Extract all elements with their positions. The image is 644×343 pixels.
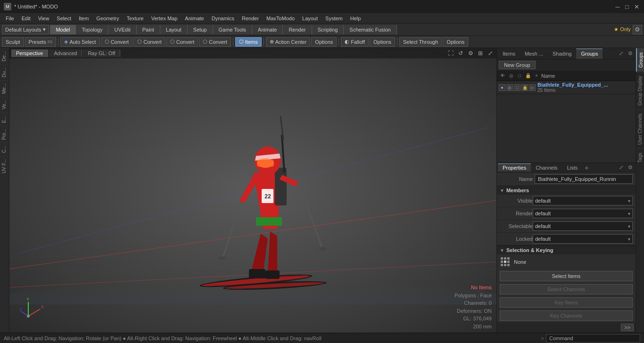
viewport-settings-icon[interactable]: ⚙ [466,49,475,57]
rp-tab-items[interactable]: Items [498,49,520,59]
menu-item-edit[interactable]: Edit [18,15,34,22]
menu-item-texture[interactable]: Texture [123,15,148,22]
toolbar1-tab-setup[interactable]: Setup [188,25,213,34]
toolbar1-tab-uvedit[interactable]: UVEdit [108,25,136,34]
falloff-button[interactable]: ◐ Falloff [341,37,369,47]
visible-select[interactable]: default ▾ [533,196,633,205]
left-panel-item-de[interactable]: De... [0,48,9,64]
viewport-maximize-icon[interactable]: ⛶ [446,49,455,57]
menu-item-geometry[interactable]: Geometry [92,15,123,22]
toolbar1-tab-render[interactable]: Render [283,25,312,34]
menu-item-view[interactable]: View [34,15,53,22]
rp-tab-shading[interactable]: Shading [548,49,576,59]
key-items-button[interactable]: Key Items [500,297,633,308]
toolbar1-tab-topology[interactable]: Topology [76,25,108,34]
select-items-button[interactable]: Select Items [500,271,633,281]
maximize-button[interactable]: □ [623,3,631,10]
rp-tab-mesh[interactable]: Mesh ... [520,49,548,59]
left-panel-item-c[interactable]: C... [0,142,9,156]
vtab-user-channels[interactable]: User Channels [636,109,644,148]
vtab-tags[interactable]: Tags [636,148,644,166]
key-channels-button[interactable]: Key Channels [500,310,633,321]
layout-dropdown[interactable]: Default Layouts ▾ [2,25,49,34]
menu-item-vertex-map[interactable]: Vertex Map [148,15,182,22]
group-eye-icon[interactable]: ● [499,84,505,91]
vtab-group-display[interactable]: Group Display [636,72,644,109]
group-sel-icon[interactable]: □ [514,84,520,91]
menu-item-system[interactable]: System [322,15,347,22]
viewport-grid-icon[interactable]: ⊞ [476,49,485,57]
auto-select-button[interactable]: ◈ Auto Select [60,37,99,47]
toolbar1-tab-scripting[interactable]: Scripting [312,25,344,34]
new-group-button[interactable]: New Group [499,61,536,69]
command-input[interactable]: Command [546,334,640,343]
select-through-button[interactable]: Select Through [399,37,442,47]
left-panel-item-e[interactable]: E... [0,113,9,126]
members-section-header[interactable]: ▼ Members [497,186,636,195]
viewport-tab-raygl[interactable]: Ray GL: Off [83,49,120,57]
viewport-expand-icon[interactable]: ⤢ [486,49,495,57]
left-panel-item-du[interactable]: Du... [0,64,9,80]
settings-button[interactable]: ⚙ [633,25,642,34]
viewport[interactable]: 22 Perspective Advanced Ray GL: Off ⛶ ↺ … [9,48,496,333]
props-settings-icon[interactable]: ⚙ [626,163,635,172]
convert3-button[interactable]: ⬡ Convert [166,37,198,47]
convert2-button[interactable]: ⬡ Convert [133,37,165,47]
left-panel-item-ve[interactable]: Ve... [0,97,9,112]
options2-button[interactable]: Options [370,37,395,47]
props-tab-plus[interactable]: + [582,163,591,172]
options1-button[interactable]: Options [311,37,337,47]
select-channels-button[interactable]: Select Channels [500,284,633,294]
toolbar1-tab-animate[interactable]: Animate [252,25,283,34]
name-input[interactable] [535,174,633,184]
vtab-groups[interactable]: Groups [636,48,644,72]
convert1-button[interactable]: ⬡ Convert [101,37,133,47]
toolbar1-tab-model[interactable]: Model [50,25,76,34]
group-render-icon[interactable]: ◎ [506,84,513,91]
group-lock-icon[interactable]: 🔒 [521,84,528,91]
props-tab-properties[interactable]: Properties [498,163,531,172]
group-expand-icon[interactable]: ▷ [529,84,536,91]
menu-item-dynamics[interactable]: Dynamics [208,15,238,22]
toolbar1-tab-game-tools[interactable]: Game Tools [213,25,253,34]
props-expand-icon[interactable]: ⤢ [617,163,625,172]
menu-item-maxtomodo[interactable]: MaxToModo [263,15,298,22]
render-select[interactable]: default ▾ [533,209,633,218]
left-panel-item-me[interactable]: Me... [0,80,9,97]
toolbar1-tab-schematic-fusion[interactable]: Schematic Fusion [344,25,396,34]
minimize-button[interactable]: ─ [614,3,621,10]
left-panel-item-uv[interactable]: UV F... [0,156,9,176]
sculpt-button[interactable]: Sculpt [2,37,24,47]
close-button[interactable]: ✕ [633,3,640,10]
items-button[interactable]: ⬡ Items [235,37,262,47]
menu-item-item[interactable]: Item [75,15,92,22]
rp-expand-icon[interactable]: ⤢ [617,49,625,58]
menu-item-animate[interactable]: Animate [181,15,207,22]
props-tab-channels[interactable]: Channels [531,164,562,172]
menu-item-select[interactable]: Select [53,15,75,22]
selectable-select[interactable]: default ▾ [533,221,633,231]
viewport-tab-perspective[interactable]: Perspective [11,49,48,57]
options3-button[interactable]: Options [443,37,468,47]
presets-button[interactable]: Presets F6 [25,37,57,47]
menu-item-file[interactable]: File [2,15,18,22]
group-list-item[interactable]: ● ◎ □ 🔒 ▷ Biathlete_Fully_Equipped_... 2… [497,81,636,94]
viewport-tab-advanced[interactable]: Advanced [49,49,82,57]
menu-item-render[interactable]: Render [238,15,263,22]
window-controls[interactable]: ─ □ ✕ [614,3,640,10]
menu-item-help[interactable]: Help [347,15,365,22]
sel-keying-section-header[interactable]: ▼ Selection & Keying [497,245,636,254]
convert4-button[interactable]: ⬡ Convert [199,37,231,47]
viewport-sync-icon[interactable]: ↺ [456,49,465,57]
rp-tab-groups[interactable]: Groups [576,49,603,59]
action-center-button[interactable]: ⊕ Action Center [266,37,311,47]
locked-select[interactable]: default ▾ [533,234,633,244]
left-panel-item-poi[interactable]: Poi... [0,126,9,143]
toolbar1-tab-paint[interactable]: Paint [137,25,160,34]
rp-settings-icon[interactable]: ⚙ [626,49,635,58]
menu-item-layout[interactable]: Layout [298,15,322,22]
bottom-arrow-button[interactable]: >> [621,324,634,331]
toolbar1-tab-layout[interactable]: Layout [160,25,188,34]
props-tab-lists[interactable]: Lists [562,164,583,172]
only-filter[interactable]: ★ Only [614,26,631,33]
